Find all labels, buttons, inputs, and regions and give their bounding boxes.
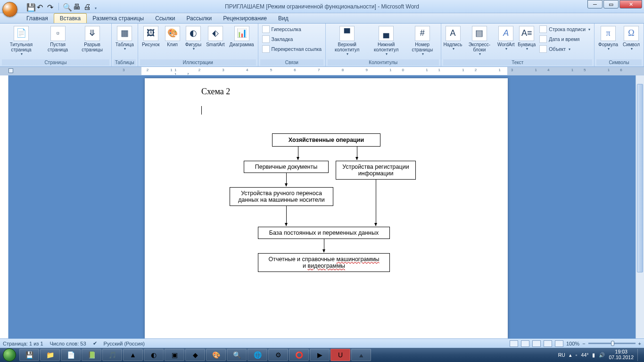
view-web-button[interactable]: [532, 340, 541, 347]
scrollbar-vertical[interactable]: [636, 75, 644, 338]
task-item[interactable]: ▶: [310, 349, 330, 361]
ruler-toggle-icon[interactable]: [8, 68, 13, 73]
spellcheck-icon[interactable]: ✔: [93, 340, 97, 346]
task-item[interactable]: 🎨: [206, 349, 226, 361]
datetime-icon: [539, 35, 547, 43]
save-icon[interactable]: 💾: [26, 3, 34, 10]
task-item[interactable]: 📗: [82, 349, 101, 361]
maximize-button[interactable]: ▭: [603, 0, 619, 8]
close-button[interactable]: ✕: [619, 0, 642, 8]
tray-volume-icon[interactable]: 🔊: [599, 352, 605, 358]
bookmark-button[interactable]: Закладка: [260, 34, 323, 44]
quickparts-button[interactable]: ▤Экспресс-блоки: [464, 25, 495, 58]
equation-button[interactable]: πФормула: [596, 25, 620, 53]
wordart-button[interactable]: AWordArt: [496, 25, 516, 53]
hyperlink-button[interactable]: Гиперссылка: [260, 25, 323, 34]
textbox-button[interactable]: AНадпись: [443, 25, 463, 53]
scroll-thumb[interactable]: [637, 84, 643, 272]
view-outline-button[interactable]: [544, 340, 552, 347]
status-language[interactable]: Русский (Россия): [104, 341, 145, 346]
task-item[interactable]: ▲: [123, 349, 143, 361]
symbol-button[interactable]: ΩСимвол: [621, 25, 642, 53]
task-item[interactable]: 📁: [40, 349, 60, 361]
view-print-layout-button[interactable]: [510, 340, 518, 347]
zoom-out-button[interactable]: −: [582, 341, 585, 346]
print-icon[interactable]: 🖶: [73, 3, 81, 10]
blank-page-button[interactable]: ▫Пустая страница: [41, 25, 74, 54]
show-desktop-button[interactable]: [637, 349, 641, 361]
dropcap-button[interactable]: A≡Буквица: [517, 25, 537, 53]
zoom-level[interactable]: 100%: [566, 341, 579, 346]
table-button[interactable]: ▦Таблица: [114, 25, 136, 53]
ruler-horizontal[interactable]: 3 2 1 1 2 3 4 5 6 7 8 9 10 11 12 13 14 1…: [0, 67, 644, 75]
tab-home[interactable]: Главная: [21, 14, 54, 23]
blank-page-icon: ▫: [50, 26, 66, 41]
window-title: ПРИГЛАШАЕМ [Режим ограниченной функциона…: [225, 3, 419, 10]
page-number-button[interactable]: #Номер страницы: [406, 25, 438, 58]
task-item[interactable]: 🔍: [227, 349, 247, 361]
minimize-button[interactable]: ─: [587, 0, 603, 8]
shapes-button[interactable]: ◐Фигуры: [183, 25, 203, 53]
smartart-button[interactable]: ⬖SmartArt: [204, 25, 226, 49]
tray-language[interactable]: RU: [558, 352, 565, 358]
tray-flag-icon[interactable]: ▫: [576, 352, 578, 358]
tab-review[interactable]: Рецензирование: [217, 14, 272, 23]
diagram-box[interactable]: Отчетные и справочные машинограммы и вид…: [258, 253, 390, 272]
tray-temp[interactable]: 44°: [581, 352, 589, 358]
tab-references[interactable]: Ссылки: [149, 14, 181, 23]
task-item[interactable]: ▣: [165, 349, 184, 361]
footer-button[interactable]: ▄Нижний колонтитул: [367, 25, 405, 58]
status-words[interactable]: Число слов: 53: [50, 341, 86, 346]
zoom-slider[interactable]: [588, 343, 636, 344]
diagram-box[interactable]: Устройства регистрацииинформации: [336, 161, 416, 180]
crossref-button[interactable]: Перекрестная ссылка: [260, 44, 323, 54]
task-item[interactable]: ⟁: [351, 349, 371, 361]
bookmark-icon: [262, 35, 270, 43]
task-item[interactable]: ⚙: [268, 349, 288, 361]
page-break-button[interactable]: ⤋Разрыв страницы: [75, 25, 109, 54]
task-item[interactable]: U: [330, 349, 350, 361]
view-draft-button[interactable]: [555, 340, 563, 347]
quick-print-icon[interactable]: 🖨: [83, 3, 91, 10]
task-item[interactable]: 💾: [19, 349, 39, 361]
print-preview-icon[interactable]: 🔍: [63, 3, 70, 10]
zoom-in-button[interactable]: +: [638, 341, 641, 346]
tab-insert[interactable]: Вставка: [54, 13, 87, 23]
tab-page-layout[interactable]: Разметка страницы: [87, 14, 149, 23]
task-item[interactable]: ◐: [144, 349, 164, 361]
undo-icon[interactable]: ↶: [37, 3, 44, 10]
redo-icon[interactable]: ↷: [47, 3, 55, 10]
tray-up-icon[interactable]: ▴: [569, 352, 572, 358]
start-button[interactable]: [0, 348, 19, 362]
qat-customize-icon[interactable]: [94, 3, 101, 10]
diagram-box[interactable]: Первичные документы: [244, 161, 329, 173]
chart-button[interactable]: 📊Диаграмма: [228, 25, 256, 49]
clip-button[interactable]: 🎨Клип: [163, 25, 182, 49]
header-button[interactable]: ▀Верхний колонтитул: [328, 25, 366, 58]
ruler-vertical[interactable]: [0, 75, 8, 338]
task-item[interactable]: 🎵: [102, 349, 122, 361]
signature-button[interactable]: Строка подписи: [537, 25, 592, 34]
task-item[interactable]: ◆: [185, 349, 205, 361]
tray-clock[interactable]: 19:0307.10.2012: [609, 349, 634, 360]
task-item[interactable]: ⭕: [289, 349, 309, 361]
view-fullscreen-button[interactable]: [521, 340, 529, 347]
task-item[interactable]: 📄: [61, 349, 81, 361]
status-page[interactable]: Страница: 1 из 1: [3, 341, 43, 346]
object-button[interactable]: Объект: [537, 44, 592, 54]
page[interactable]: Схема 2 Хозяйственные операции Первичные…: [145, 78, 508, 338]
group-links: Гиперссылка Закладка Перекрестная ссылка…: [258, 24, 326, 66]
picture-button[interactable]: 🖼Рисунок: [140, 25, 162, 49]
diagram-box[interactable]: Устройства ручного переносаданных на маш…: [230, 187, 333, 206]
document-viewport[interactable]: Схема 2 Хозяйственные операции Первичные…: [8, 75, 644, 338]
diagram-box[interactable]: База постоянных и переменных данных: [258, 227, 390, 239]
tray-network-icon[interactable]: ▮: [592, 352, 595, 358]
task-item[interactable]: 🌐: [248, 349, 267, 361]
cover-page-button[interactable]: 📄Титульная страница: [2, 25, 41, 58]
office-button[interactable]: [1, 0, 19, 13]
datetime-button[interactable]: Дата и время: [537, 34, 592, 44]
tab-mailings[interactable]: Рассылки: [181, 14, 217, 23]
clip-icon: 🎨: [165, 26, 180, 41]
diagram-box[interactable]: Хозяйственные операции: [272, 133, 380, 147]
tab-view[interactable]: Вид: [272, 14, 294, 23]
